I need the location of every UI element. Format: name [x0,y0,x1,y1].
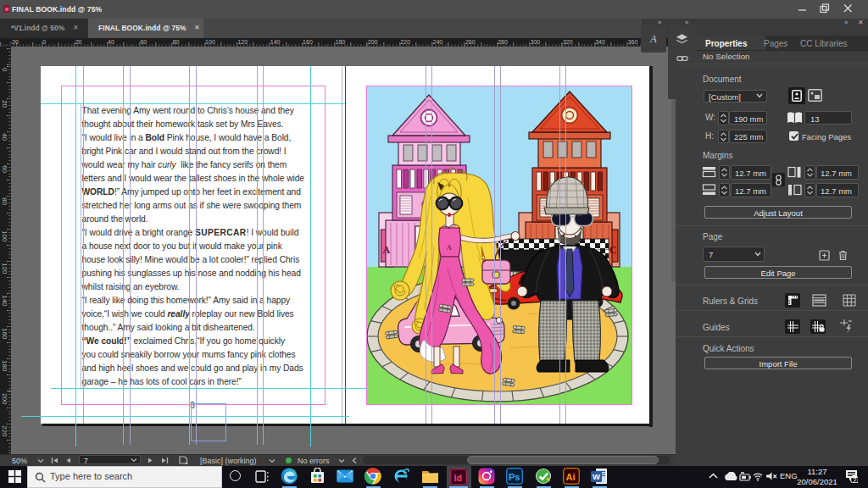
svg-text:Ai: Ai [566,472,576,482]
svg-text:Id: Id [454,473,462,483]
svg-text:W: W [593,472,600,481]
svg-text:2: 2 [853,476,857,484]
svg-text:Ps: Ps [509,472,520,482]
